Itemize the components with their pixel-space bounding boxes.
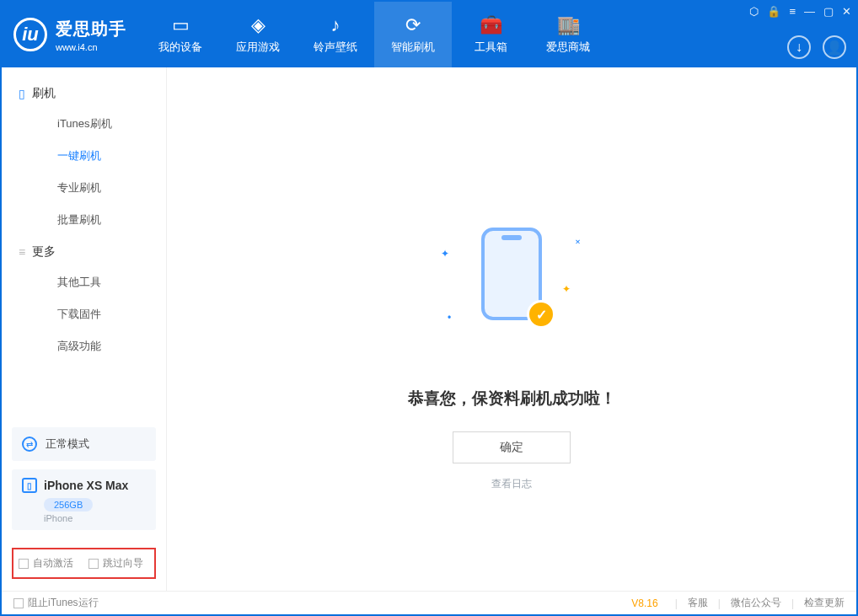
- block-itunes-checkbox[interactable]: 阻止iTunes运行: [13, 596, 99, 610]
- version-label: V8.16: [631, 597, 657, 609]
- top-tab-5[interactable]: 🏬爱思商城: [529, 2, 607, 67]
- skip-guide-checkbox[interactable]: 跳过向导: [88, 556, 143, 570]
- check-badge-icon: ✓: [527, 300, 555, 329]
- sidebar-group-header: ≡更多: [19, 244, 166, 260]
- success-message: 恭喜您，保资料刷机成功啦！: [408, 388, 616, 410]
- top-tab-label: 应用游戏: [236, 40, 280, 55]
- device-icon: ▯: [19, 87, 25, 100]
- device-mode-label: 正常模式: [46, 437, 89, 452]
- sidebar-item[interactable]: 其他工具: [19, 266, 166, 298]
- sidebar-item[interactable]: 专业刷机: [19, 172, 166, 204]
- mode-icon: ⇄: [22, 437, 37, 452]
- top-tab-3[interactable]: ⟳智能刷机: [374, 2, 452, 67]
- checkbox-icon: [19, 559, 29, 569]
- sparkle-icon: •: [448, 312, 451, 324]
- shirt-icon[interactable]: ⬡: [749, 5, 759, 18]
- sparkle-icon: ✦: [441, 248, 449, 260]
- brand-subtitle: www.i4.cn: [56, 42, 126, 52]
- minimize-icon[interactable]: —: [804, 5, 815, 18]
- footer-link-wechat[interactable]: 微信公众号: [731, 596, 781, 610]
- footer: 阻止iTunes运行 V8.16 | 客服 | 微信公众号 | 检查更新: [2, 591, 856, 614]
- top-tab-label: 我的设备: [158, 40, 202, 55]
- sidebar: ▯刷机iTunes刷机一键刷机专业刷机批量刷机≡更多其他工具下载固件高级功能 ⇄…: [2, 67, 167, 591]
- device-capacity: 256GB: [44, 498, 93, 512]
- sparkle-icon: +: [571, 236, 584, 249]
- checks-highlight-box: 自动激活 跳过向导: [12, 548, 156, 579]
- header: iu 爱思助手 www.i4.cn ▭我的设备◈应用游戏♪铃声壁纸⟳智能刷机🧰工…: [2, 2, 856, 67]
- brand-logo-icon: iu: [13, 18, 47, 51]
- success-illustration: ✦ + • ✦ ✓: [436, 228, 587, 329]
- top-tab-label: 智能刷机: [391, 40, 435, 55]
- checkbox-icon: [13, 598, 24, 608]
- device-name: iPhone XS Max: [44, 479, 128, 492]
- brand-title: 爱思助手: [56, 18, 126, 40]
- checkbox-icon: [88, 559, 99, 569]
- menu-icon: ≡: [19, 245, 25, 259]
- download-icon[interactable]: ↓: [787, 35, 811, 59]
- device-mode-card[interactable]: ⇄ 正常模式: [12, 427, 156, 461]
- device-type: iPhone: [44, 513, 146, 523]
- top-tab-4[interactable]: 🧰工具箱: [452, 2, 529, 67]
- top-tab-label: 爱思商城: [546, 40, 590, 55]
- top-tab-label: 工具箱: [475, 40, 507, 55]
- sidebar-item[interactable]: 一键刷机: [19, 140, 166, 172]
- footer-link-support[interactable]: 客服: [688, 596, 708, 610]
- top-tab-1[interactable]: ◈应用游戏: [219, 2, 297, 67]
- sidebar-groups: ▯刷机iTunes刷机一键刷机专业刷机批量刷机≡更多其他工具下载固件高级功能: [2, 78, 166, 362]
- close-icon[interactable]: ✕: [842, 5, 851, 18]
- maximize-icon[interactable]: ▢: [823, 5, 834, 18]
- top-tab-icon: 🧰: [480, 14, 502, 36]
- lock-icon[interactable]: 🔒: [767, 5, 780, 18]
- view-log-link[interactable]: 查看日志: [491, 477, 532, 491]
- sidebar-item[interactable]: 下载固件: [19, 298, 166, 330]
- sidebar-group-title: 刷机: [32, 86, 56, 101]
- sidebar-item[interactable]: 高级功能: [19, 330, 166, 362]
- window-controls: ⬡ 🔒 ≡ — ▢ ✕: [749, 5, 851, 18]
- sidebar-group-header: ▯刷机: [19, 86, 166, 101]
- top-tab-0[interactable]: ▭我的设备: [142, 2, 219, 67]
- user-icon[interactable]: 👤: [823, 35, 846, 59]
- device-card[interactable]: ▯ iPhone XS Max 256GB iPhone: [12, 469, 156, 530]
- auto-activate-checkbox[interactable]: 自动激活: [19, 556, 73, 570]
- brand[interactable]: iu 爱思助手 www.i4.cn: [2, 2, 142, 67]
- top-tab-icon: ⟳: [405, 14, 421, 36]
- menu-icon[interactable]: ≡: [789, 5, 796, 18]
- sidebar-item[interactable]: iTunes刷机: [19, 108, 166, 140]
- top-tabs: ▭我的设备◈应用游戏♪铃声壁纸⟳智能刷机🧰工具箱🏬爱思商城: [142, 2, 607, 67]
- sidebar-item[interactable]: 批量刷机: [19, 204, 166, 236]
- top-tab-icon: 🏬: [557, 14, 580, 36]
- phone-icon: ▯: [22, 478, 37, 493]
- main-content: ✦ + • ✦ ✓ 恭喜您，保资料刷机成功啦！ 确定 查看日志: [167, 67, 856, 591]
- top-tab-2[interactable]: ♪铃声壁纸: [297, 2, 374, 67]
- footer-link-update[interactable]: 检查更新: [804, 596, 845, 610]
- sidebar-group-title: 更多: [32, 244, 56, 260]
- sparkle-icon: ✦: [562, 283, 571, 295]
- top-tab-icon: ♪: [331, 14, 341, 36]
- top-tab-icon: ▭: [172, 14, 190, 36]
- top-tab-label: 铃声壁纸: [314, 40, 357, 55]
- top-tab-icon: ◈: [251, 14, 265, 36]
- confirm-button[interactable]: 确定: [453, 431, 571, 463]
